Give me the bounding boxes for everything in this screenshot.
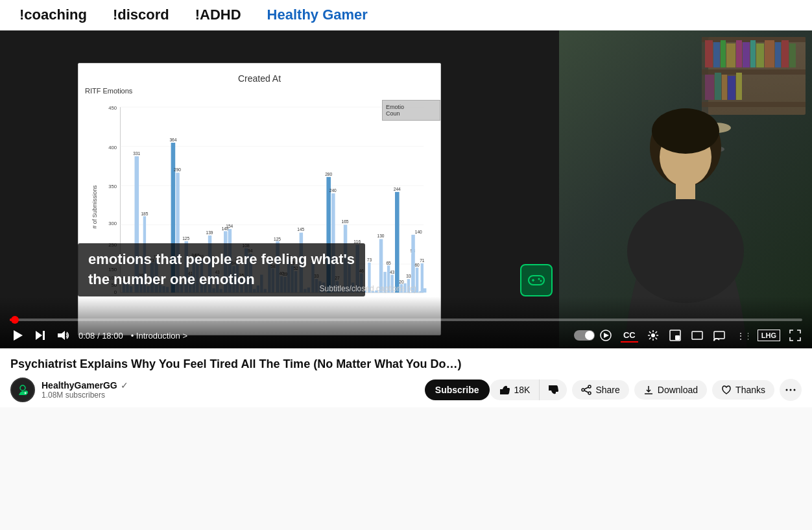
volume-button[interactable] xyxy=(55,328,71,343)
subtitles-indicator: Subtitles/closed captions (c) xyxy=(320,284,416,293)
banner-healthy-gamer[interactable]: Healthy Gamer xyxy=(267,6,368,23)
thumbs-up-icon xyxy=(499,384,510,396)
svg-text:244: 244 xyxy=(394,187,401,191)
svg-rect-174 xyxy=(736,73,742,100)
banner-coaching[interactable]: !coaching xyxy=(19,6,87,23)
download-icon xyxy=(643,385,654,395)
svg-text:300: 300 xyxy=(108,221,117,226)
svg-rect-192 xyxy=(692,331,702,339)
svg-rect-181 xyxy=(676,183,695,199)
svg-text:125: 125 xyxy=(274,237,281,241)
subscriber-count: 1.08M subscribers xyxy=(42,391,414,400)
fullscreen-icon xyxy=(789,330,801,341)
ellipsis-icon xyxy=(784,383,797,396)
autoplay-toggle[interactable] xyxy=(574,330,595,341)
next-button[interactable] xyxy=(33,328,47,343)
svg-marker-183 xyxy=(14,330,23,341)
thumbs-down-icon xyxy=(547,384,559,396)
theater-button[interactable] xyxy=(690,328,704,343)
play-next-icon-btn[interactable] xyxy=(599,328,613,343)
svg-text:125: 125 xyxy=(182,236,189,241)
settings-button[interactable] xyxy=(646,328,660,343)
more-actions-button[interactable] xyxy=(780,379,802,401)
settings-icon xyxy=(647,330,659,341)
verified-badge: ✓ xyxy=(121,380,128,391)
svg-point-207 xyxy=(790,389,792,391)
game-icon-overlay xyxy=(520,264,553,296)
miniplayer-icon xyxy=(669,330,681,341)
fullscreen-button[interactable] xyxy=(788,328,802,343)
svg-line-204 xyxy=(584,391,588,392)
svg-rect-169 xyxy=(789,43,796,67)
svg-rect-193 xyxy=(714,331,724,339)
like-button[interactable]: 18K xyxy=(490,379,540,400)
share-label: Share xyxy=(595,385,619,395)
download-label: Download xyxy=(658,385,698,395)
share-icon xyxy=(581,385,591,395)
cc-button[interactable]: CC xyxy=(621,329,638,343)
svg-rect-191 xyxy=(675,335,680,340)
thanks-icon xyxy=(721,385,732,395)
like-dislike-group: 18K xyxy=(490,379,567,400)
svg-rect-149 xyxy=(529,276,544,285)
banner-adhd[interactable]: !ADHD xyxy=(195,6,241,23)
cast-icon xyxy=(713,330,725,341)
play-circle-icon xyxy=(600,330,612,341)
play-button[interactable] xyxy=(10,328,25,343)
chapter-display[interactable]: • Introduction > xyxy=(131,331,187,341)
download-button[interactable]: Download xyxy=(634,380,707,400)
svg-point-202 xyxy=(582,389,584,391)
chart-legend: Emotio Coun xyxy=(382,100,440,121)
svg-marker-184 xyxy=(36,331,42,340)
svg-point-180 xyxy=(652,108,719,154)
svg-text:71: 71 xyxy=(420,258,425,263)
more-options-button[interactable]: ⋮⋮ xyxy=(734,328,750,343)
svg-rect-161 xyxy=(726,43,735,67)
slide-title: Created At xyxy=(85,73,434,84)
legend-line1: Emotio xyxy=(386,104,436,110)
svg-text:364: 364 xyxy=(169,138,176,142)
thanks-button[interactable]: Thanks xyxy=(712,380,774,400)
svg-rect-158 xyxy=(705,40,713,67)
svg-text:185: 185 xyxy=(141,211,148,216)
channel-name[interactable]: HealthyGamerGG xyxy=(42,380,117,391)
svg-rect-148 xyxy=(424,288,426,293)
svg-rect-145 xyxy=(421,263,424,293)
svg-point-201 xyxy=(588,392,591,394)
svg-rect-160 xyxy=(721,40,726,67)
action-buttons: 18K Share xyxy=(490,379,802,401)
svg-rect-185 xyxy=(43,331,45,340)
cc-label: CC xyxy=(623,330,636,340)
svg-rect-165 xyxy=(756,43,764,67)
svg-text:240: 240 xyxy=(329,188,337,193)
share-button[interactable]: Share xyxy=(572,380,628,400)
cast-button[interactable] xyxy=(712,328,726,343)
banner-discord[interactable]: !discord xyxy=(113,6,169,23)
play-icon xyxy=(11,329,24,342)
channel-avatar[interactable]: ▶ xyxy=(10,378,35,402)
captions-text: emotions that people are feeling what'st… xyxy=(88,251,355,287)
svg-rect-173 xyxy=(728,76,735,100)
svg-text:60: 60 xyxy=(414,263,420,267)
subscribe-button[interactable]: Subscribe xyxy=(425,379,490,400)
svg-point-153 xyxy=(540,280,542,282)
gamepad-icon xyxy=(527,271,546,290)
svg-text:43: 43 xyxy=(390,270,395,274)
channel-name-row: HealthyGamerGG ✓ xyxy=(42,380,414,391)
svg-rect-168 xyxy=(782,40,789,67)
svg-text:65: 65 xyxy=(386,261,391,265)
miniplayer-button[interactable] xyxy=(668,328,682,343)
svg-text:290: 290 xyxy=(174,167,181,172)
dislike-button[interactable] xyxy=(540,379,567,400)
theater-icon xyxy=(691,330,703,341)
svg-text:73: 73 xyxy=(367,258,372,262)
svg-text:350: 350 xyxy=(108,184,117,189)
svg-rect-162 xyxy=(736,40,742,67)
progress-bar[interactable] xyxy=(10,319,802,321)
svg-rect-131 xyxy=(395,192,400,293)
svg-text:20: 20 xyxy=(399,280,404,284)
svg-point-200 xyxy=(588,385,591,388)
top-banner: !coaching !discord !ADHD Healthy Gamer xyxy=(0,0,812,30)
video-player[interactable]: Created At RITF Emotions Emotio Coun # o… xyxy=(0,30,812,348)
video-title: Psychiatrist Explains Why You Feel Tired… xyxy=(10,357,802,371)
